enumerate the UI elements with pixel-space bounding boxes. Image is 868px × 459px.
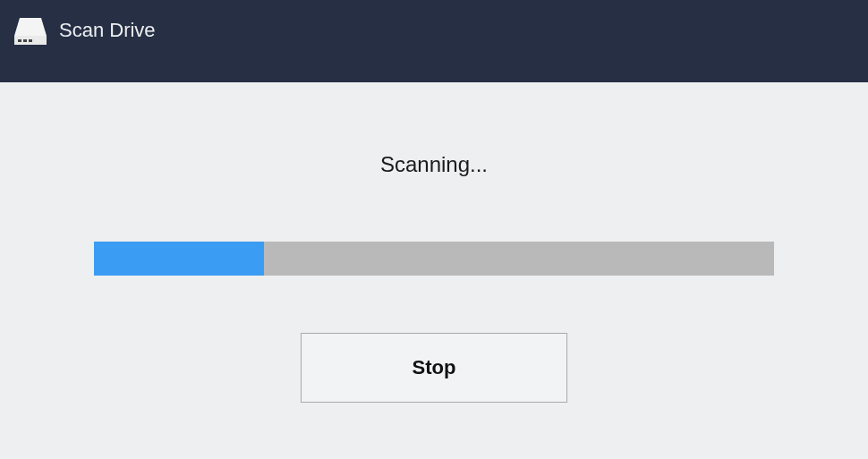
app-header: Scan Drive bbox=[0, 0, 868, 82]
stop-button[interactable]: Stop bbox=[301, 333, 567, 403]
svg-rect-3 bbox=[23, 39, 27, 42]
progress-bar bbox=[94, 242, 774, 276]
page-title: Scan Drive bbox=[59, 16, 156, 45]
progress-bar-fill bbox=[94, 242, 264, 276]
scan-status-text: Scanning... bbox=[380, 152, 488, 177]
svg-rect-4 bbox=[29, 39, 32, 42]
svg-rect-2 bbox=[18, 39, 21, 42]
drive-icon bbox=[14, 16, 47, 45]
svg-marker-0 bbox=[14, 18, 47, 36]
main-content: Scanning... Stop bbox=[0, 82, 868, 403]
